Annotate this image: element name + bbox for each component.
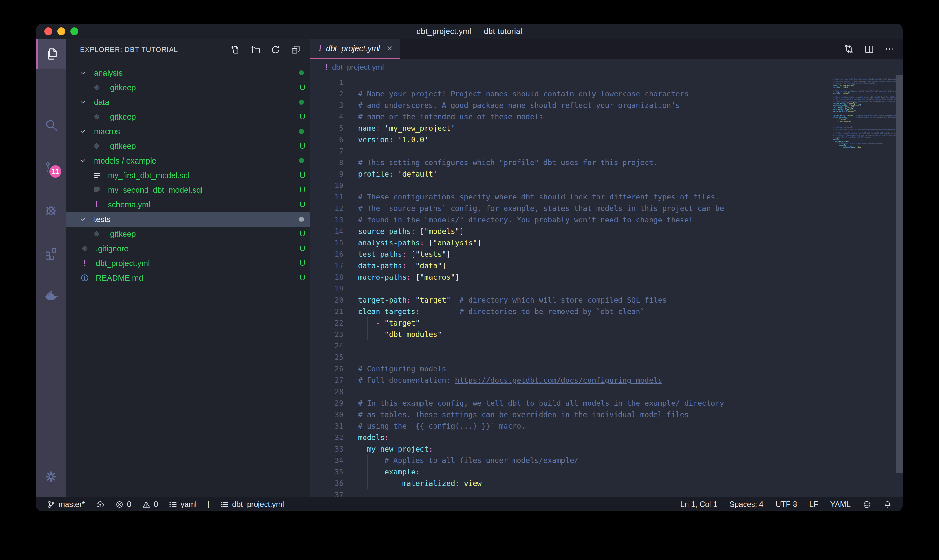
status-label: master* (58, 500, 85, 509)
refresh-icon[interactable] (270, 45, 281, 55)
tree-file-readme-md[interactable]: README.mdU (66, 271, 310, 285)
code-line[interactable]: test-paths: ["tests"] (358, 249, 833, 260)
code-line[interactable]: # Configuring models (358, 363, 833, 374)
tree-folder-tests[interactable]: tests (66, 212, 310, 226)
linter-file[interactable]: dbt_project.yml (220, 500, 284, 509)
tree-folder-models-example[interactable]: models / example (66, 153, 310, 168)
git-status-badge: U (300, 273, 305, 282)
split-editor-icon[interactable] (864, 44, 875, 54)
activity-search[interactable] (36, 110, 66, 140)
close-tab-icon[interactable]: × (387, 43, 392, 54)
tree-folder-analysis[interactable]: analysis (66, 66, 310, 80)
code-line[interactable] (358, 386, 833, 397)
tree-file-my-second-dbt-model-sql[interactable]: my_second_dbt_model.sqlU (66, 183, 310, 197)
eol[interactable]: LF (809, 500, 818, 509)
sql-file-icon (91, 185, 102, 195)
code-line[interactable]: target-path: "target" # directory which … (358, 294, 833, 306)
line-number: 19 (310, 283, 358, 294)
tree-folder-data[interactable]: data (66, 95, 310, 109)
breadcrumb[interactable]: ! dbt_project.yml (310, 59, 903, 75)
explorer-header: EXPLORER: DBT-TUTORIAL (66, 39, 310, 60)
code-line[interactable]: # The `source-paths` config, for example… (358, 203, 833, 214)
more-actions-icon[interactable] (884, 44, 895, 54)
code-line[interactable] (358, 352, 833, 363)
code-line[interactable]: # In this example config, we tell dbt to… (358, 397, 833, 409)
collapse-all-icon[interactable] (290, 45, 301, 55)
activity-files[interactable] (36, 39, 66, 69)
code-line[interactable]: data-paths: ["data"] (358, 260, 833, 271)
code-line[interactable]: # as tables. These settings can be overr… (358, 409, 833, 420)
code-line[interactable]: macro-paths: ["macros"] (358, 271, 833, 283)
tree-file-schema-yml[interactable]: !schema.ymlU (66, 197, 310, 212)
activity-debug[interactable] (36, 195, 66, 225)
code-line[interactable]: # This setting configures which "profile… (358, 157, 833, 168)
code-line[interactable]: example: (358, 466, 833, 478)
tree-file--gitkeep[interactable]: .gitkeepU (66, 80, 310, 95)
code-line[interactable] (358, 77, 833, 88)
code-line[interactable]: my_new_project: (358, 443, 833, 455)
code-line[interactable]: clean-targets: # directories to be remov… (358, 306, 833, 317)
chevron-down-icon (79, 215, 87, 223)
linter-yaml[interactable]: yaml (169, 500, 197, 509)
code-line[interactable]: # name or the intended use of these mode… (358, 111, 833, 123)
close-button[interactable] (44, 28, 52, 35)
indentation[interactable]: Spaces: 4 (730, 500, 764, 509)
code-line[interactable]: # using the `{{ config(...) }}` macro. (358, 420, 833, 432)
code-line[interactable]: version: '1.0.0' (358, 134, 833, 145)
tree-file-my-first-dbt-model-sql[interactable]: my_first_dbt_model.sqlU (66, 168, 310, 183)
code-line[interactable] (358, 340, 833, 352)
git-status-badge: U (300, 142, 305, 151)
window-controls (44, 24, 78, 39)
code-line[interactable]: models: (358, 432, 833, 443)
code-content[interactable]: # Name your project! Project names shoul… (358, 75, 833, 497)
tree-file-dbt-project-yml[interactable]: !dbt_project.ymlU (66, 256, 310, 271)
code-line[interactable] (358, 180, 833, 191)
activity-extensions[interactable] (36, 238, 66, 268)
code-line[interactable]: # Full documentation: https://docs.getdb… (358, 374, 833, 386)
code-line[interactable]: # Name your project! Project names shoul… (358, 88, 833, 100)
code-line[interactable]: # found in the "models/" directory. You … (358, 214, 833, 226)
code-line[interactable]: name: 'my_new_project' (358, 123, 833, 134)
minimize-button[interactable] (57, 28, 65, 35)
breadcrumb-file[interactable]: dbt_project.yml (332, 63, 384, 72)
minimap[interactable]: # Name your project! Project names shoul… (833, 75, 903, 497)
code-line[interactable] (358, 145, 833, 157)
language-mode[interactable]: YAML (830, 500, 851, 509)
tree-file--gitignore[interactable]: .gitignoreU (66, 241, 310, 256)
encoding[interactable]: UTF-8 (775, 500, 797, 509)
code-line[interactable]: analysis-paths: ["analysis"] (358, 237, 833, 249)
feedback[interactable] (863, 500, 871, 509)
branch-status[interactable]: master* (47, 500, 85, 509)
publish-changes[interactable] (96, 500, 105, 509)
open-changes-icon[interactable] (844, 44, 854, 54)
editor-scrollbar[interactable] (896, 75, 903, 472)
zoom-button[interactable] (70, 28, 78, 35)
activity-gear[interactable] (36, 462, 66, 492)
line-number: 21 (310, 306, 358, 317)
code-line[interactable]: - "target" (358, 317, 833, 329)
code-line[interactable]: profile: 'default' (358, 168, 833, 180)
tree-file--gitkeep[interactable]: .gitkeepU (66, 109, 310, 124)
new-folder-icon[interactable] (250, 45, 261, 55)
cursor-position[interactable]: Ln 1, Col 1 (680, 500, 717, 509)
code-line[interactable]: # Applies to all files under models/exam… (358, 455, 833, 466)
code-line[interactable]: # and underscores. A good package name s… (358, 100, 833, 111)
tree-file--gitkeep[interactable]: .gitkeepU (66, 226, 310, 241)
activity-docker[interactable] (36, 281, 66, 311)
tab-dbt-project-yml[interactable]: ! dbt_project.yml × (310, 39, 400, 59)
code-line[interactable] (358, 489, 833, 497)
code-editor[interactable]: 1234567891011121314151617181920212223242… (310, 75, 903, 497)
tree-file--gitkeep[interactable]: .gitkeepU (66, 139, 310, 153)
code-line[interactable]: # These configurations specify where dbt… (358, 191, 833, 203)
activity-source-control[interactable]: 11 (36, 153, 66, 183)
code-line[interactable]: materialized: view (358, 478, 833, 489)
tree-folder-macros[interactable]: macros (66, 124, 310, 139)
code-line[interactable] (358, 283, 833, 294)
notifications[interactable] (883, 500, 892, 509)
errors-count[interactable]: 0 (115, 500, 131, 509)
code-line[interactable]: - "dbt_modules" (358, 329, 833, 340)
warnings-count[interactable]: 0 (142, 500, 158, 509)
new-file-icon[interactable] (230, 45, 241, 55)
code-line[interactable]: source-paths: ["models"] (358, 226, 833, 237)
title-bar[interactable]: dbt_project.yml — dbt-tutorial (36, 24, 903, 39)
